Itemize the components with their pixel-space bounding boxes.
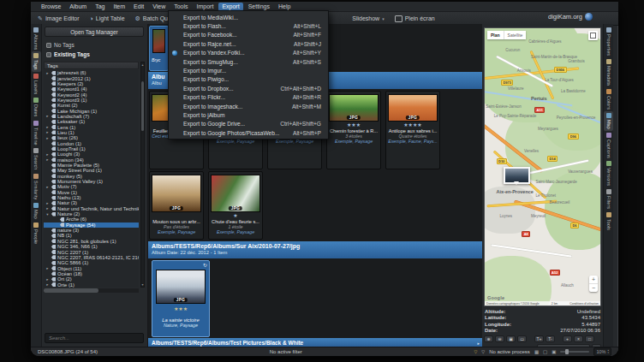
menubar-item[interactable]: Album <box>66 3 90 11</box>
selected-thumbnail-card[interactable]: ↻ JPG ★★★ La sainte victoire Nature, Pay… <box>152 260 210 337</box>
increase-thumbnails-button[interactable]: T+ <box>534 335 544 342</box>
left-tab[interactable]: Dates <box>32 96 41 118</box>
tree-horizontal-scrollbar[interactable] <box>44 288 139 293</box>
left-tab[interactable]: Tags <box>32 51 41 72</box>
menubar-item[interactable]: Import <box>194 3 218 11</box>
filter-icon[interactable]: ▽ <box>481 349 485 354</box>
menubar-item[interactable]: Item <box>110 3 128 11</box>
rating-stars[interactable]: ★★★★ <box>386 122 439 128</box>
left-tab[interactable]: Timeline <box>32 119 41 147</box>
export-menu-item[interactable]: Export to Imgur... <box>169 66 328 74</box>
right-tab[interactable]: Map <box>604 111 613 131</box>
scrollbar-thumb[interactable] <box>44 288 98 293</box>
open-tag-manager-button[interactable]: Open Tag Manager <box>45 27 144 37</box>
no-tags-option[interactable]: No Tags <box>46 42 75 48</box>
expand-arrow-icon[interactable]: ▸ <box>45 130 50 134</box>
expand-arrow-icon[interactable]: ▸ <box>45 206 50 211</box>
tree-column-header[interactable]: Tags <box>44 62 139 69</box>
export-menu-item[interactable]: Export to Google Photos/PicasaWeb... Alt… <box>169 128 328 137</box>
right-tab[interactable]: Filters <box>604 187 613 211</box>
expand-arrow-icon[interactable]: ▸ <box>45 71 50 75</box>
zoom-slider[interactable] <box>560 351 589 353</box>
fullscreen-button[interactable]: Plein écran <box>395 15 435 22</box>
export-menu-item[interactable]: Export to Rajce.net... Alt+Shift+J <box>169 39 328 48</box>
right-tab[interactable]: Tools <box>604 211 613 232</box>
expand-arrow-icon[interactable]: ▸ <box>45 282 50 287</box>
thumbnail-card[interactable]: JPG Mouton sous un arbr... Pas d'étoiles… <box>149 171 204 240</box>
menubar-item[interactable]: Browse <box>38 3 64 11</box>
decrease-thumbnails-button[interactable]: T- <box>546 335 555 342</box>
right-tab[interactable]: Versions <box>604 159 613 187</box>
left-tab[interactable]: People <box>32 221 41 246</box>
tree-vertical-scrollbar[interactable]: ▴ ▾ <box>140 62 145 288</box>
select-box-button[interactable]: □ <box>585 335 594 342</box>
export-menu-item[interactable]: Export to MediaWiki... <box>169 13 328 21</box>
fit-window-icon[interactable]: ▢ <box>543 349 547 354</box>
add-button[interactable]: + <box>563 335 572 342</box>
menubar-item[interactable]: Help <box>275 3 294 11</box>
expand-arrow-icon[interactable]: ▸ <box>45 201 50 205</box>
right-tab[interactable]: Captions <box>604 131 613 160</box>
menubar-item[interactable]: Edit <box>130 3 147 11</box>
expand-arrow-icon[interactable]: ▸ <box>45 125 50 129</box>
slider-knob[interactable] <box>565 349 569 354</box>
map-satellite-button[interactable]: Satellite <box>504 31 527 39</box>
scrollbar-thumb[interactable] <box>141 81 144 131</box>
zoom-100-icon[interactable]: ▣ <box>552 349 556 354</box>
scroll-up-icon[interactable]: ▴ <box>141 62 144 67</box>
expand-arrow-icon[interactable]: ▸ <box>45 185 50 189</box>
scroll-down-icon[interactable]: ▾ <box>141 282 144 287</box>
export-menu-item[interactable]: Export to Flickr... Alt+Shift+R <box>169 93 328 102</box>
thumbnail-card[interactable]: JPG ★★★ Chemin forestier à R... 3 étoile… <box>326 91 381 169</box>
left-tab[interactable]: Similarity <box>32 172 41 201</box>
map-zoom-out-button[interactable]: − <box>589 283 598 292</box>
left-tab[interactable]: Albums <box>32 26 41 51</box>
right-tab[interactable]: Properties <box>604 26 613 57</box>
spin-arrows-icon[interactable]: ▴▾ <box>608 349 610 354</box>
tag-tree-item[interactable]: NGC 2207, IRAS 06142-2121, IC 2163 <box>44 255 139 260</box>
remove-button[interactable]: × <box>574 335 583 342</box>
menubar-item[interactable]: Tag <box>92 3 108 11</box>
rotate-icon[interactable]: ↻ <box>203 262 207 268</box>
expand-arrow-icon[interactable]: ▸ <box>45 114 50 118</box>
export-menu-item[interactable]: Export to Google Drive... Ctrl+Alt+Shift… <box>169 120 328 128</box>
menubar-item[interactable]: View <box>149 3 169 11</box>
map-fullscreen-button[interactable] <box>588 31 598 40</box>
map-pan-mode-button[interactable]: ▭ <box>517 335 527 342</box>
left-tab[interactable]: Labels <box>32 72 41 96</box>
light-table-button[interactable]: ◑ Light Table <box>90 15 125 21</box>
slideshow-button[interactable]: Slideshow ▾ <box>352 15 384 21</box>
export-menu-item[interactable]: Export to SmugMug... Alt+Shift+S <box>169 57 328 66</box>
export-menu-item[interactable]: Export to Yandex.Fotki... Alt+Shift+Y <box>169 49 328 57</box>
rating-stars[interactable]: ★★★ <box>327 122 380 128</box>
export-menu-item[interactable]: Export to Piwigo... <box>169 75 328 84</box>
menubar-item[interactable]: Tools <box>170 3 191 11</box>
terms-link[interactable]: Conditions d'utilisation <box>569 302 599 306</box>
expand-arrow-icon[interactable]: ▾ <box>45 212 50 217</box>
rating-stars[interactable]: ★★★ <box>152 306 209 312</box>
rating-stars[interactable] <box>150 213 203 219</box>
image-editor-button[interactable]: ✎ Image Editor <box>38 15 80 22</box>
expand-arrow-icon[interactable]: ▸ <box>45 266 50 270</box>
map-zoom-in-button[interactable]: ⊕ <box>484 335 493 342</box>
export-menu-item[interactable]: Export to jAlbum <box>169 110 328 119</box>
map-plan-button[interactable]: Plan <box>487 31 504 39</box>
export-menu-item[interactable]: Export to Flash... Alt+Shift+L <box>169 21 328 30</box>
right-tab[interactable]: Colors <box>604 87 613 111</box>
thumbnail-card[interactable]: JPG ★★★★ Antilope aux sabres i... Quatre… <box>385 91 440 169</box>
map-view[interactable]: Cabrières-d'AiguesCucuronSaint-Martin-de… <box>484 27 601 306</box>
tag-search-input[interactable] <box>45 333 144 343</box>
expand-arrow-icon[interactable]: ▸ <box>45 136 50 140</box>
left-tab[interactable]: Map <box>32 201 41 221</box>
digikam-brand-link[interactable]: digiKam.org <box>548 13 593 21</box>
map-zoom-out-button[interactable]: ⊖ <box>495 335 504 342</box>
export-menu-item[interactable]: Export to Imageshack... Alt+Shift+M <box>169 102 328 110</box>
thumbnail-size-icon[interactable]: ▦ <box>534 349 539 354</box>
map-zoom-in-button[interactable]: + <box>589 276 598 283</box>
expand-arrow-icon[interactable]: ▸ <box>45 152 50 157</box>
thumbnail-card[interactable]: JPG ★ Chute d'eau fleurie s... 1 étoile … <box>208 171 263 240</box>
expand-arrow-icon[interactable]: ▸ <box>45 157 50 162</box>
right-tab[interactable]: Metadata <box>604 57 613 87</box>
tag-tree-item[interactable]: ▸ Orte (1) <box>44 282 139 287</box>
existing-tags-option[interactable]: Existing Tags <box>46 51 90 57</box>
